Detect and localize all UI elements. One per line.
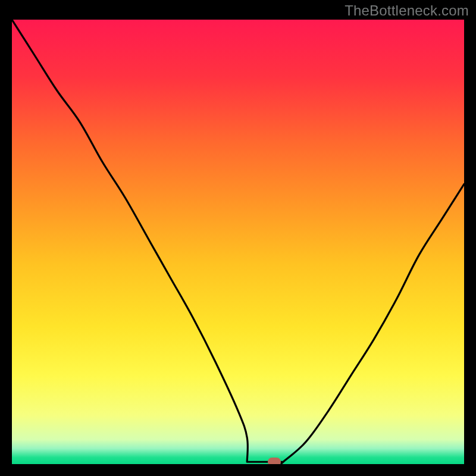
bottleneck-curve [12,20,464,464]
optimal-point-marker [268,458,281,464]
chart-frame: TheBottleneck.com [0,0,476,476]
plot-area [12,20,464,464]
attribution-text: TheBottleneck.com [345,2,469,19]
